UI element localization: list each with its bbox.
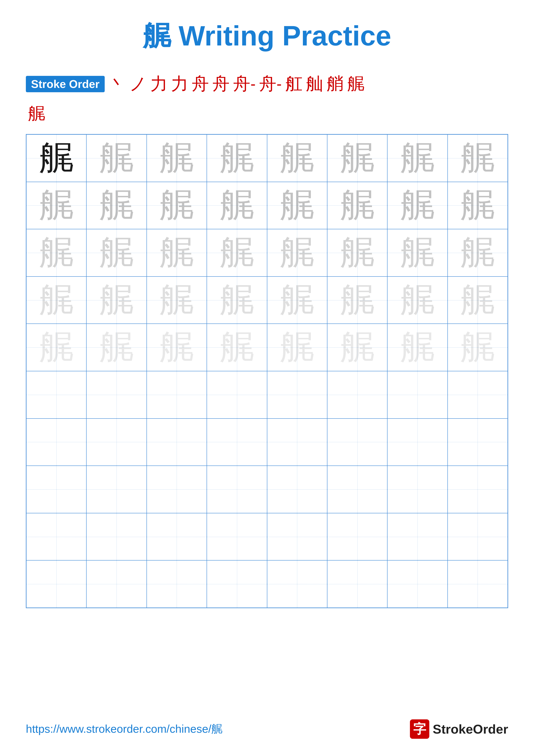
grid-cell-empty[interactable]: [207, 560, 267, 608]
grid-cell[interactable]: 艉: [447, 277, 508, 324]
grid-cell[interactable]: 艉: [267, 134, 327, 182]
practice-char-trace: 艉: [460, 182, 495, 229]
grid-cell[interactable]: 艉: [26, 229, 87, 277]
grid-cell[interactable]: 艉: [267, 324, 327, 371]
grid-cell-empty[interactable]: [147, 560, 207, 608]
stroke-6: 舟: [213, 72, 230, 96]
grid-cell-empty[interactable]: [267, 418, 327, 466]
grid-cell[interactable]: 艉: [26, 182, 87, 229]
practice-char-trace: 艉: [280, 135, 314, 181]
grid-cell-empty[interactable]: [267, 513, 327, 560]
grid-cell-empty[interactable]: [207, 513, 267, 560]
grid-cell-empty[interactable]: [207, 418, 267, 466]
grid-cell-empty[interactable]: [26, 371, 87, 418]
grid-cell-empty[interactable]: [87, 371, 146, 418]
grid-cell[interactable]: 艉: [207, 277, 267, 324]
practice-char-trace: 艉: [460, 324, 495, 371]
grid-cell-empty[interactable]: [87, 418, 146, 466]
grid-cell[interactable]: 艉: [327, 277, 387, 324]
title-text: Writing Practice: [171, 20, 391, 51]
grid-cell[interactable]: 艉: [447, 182, 508, 229]
grid-cell-empty[interactable]: [26, 418, 87, 466]
grid-cell[interactable]: 艉: [147, 324, 207, 371]
grid-cell[interactable]: 艉: [387, 229, 447, 277]
grid-cell-empty[interactable]: [147, 513, 207, 560]
grid-cell-empty[interactable]: [147, 466, 207, 513]
grid-cell[interactable]: 艉: [26, 324, 87, 371]
grid-cell[interactable]: 艉: [327, 134, 387, 182]
grid-cell[interactable]: 艉: [267, 182, 327, 229]
grid-cell[interactable]: 艉: [267, 229, 327, 277]
practice-char-trace: 艉: [280, 324, 314, 371]
grid-cell-empty[interactable]: [447, 560, 508, 608]
grid-cell[interactable]: 艉: [267, 277, 327, 324]
grid-cell-empty[interactable]: [26, 466, 87, 513]
grid-cell[interactable]: 艉: [87, 182, 146, 229]
grid-cell-empty[interactable]: [327, 371, 387, 418]
grid-cell[interactable]: 艉: [207, 134, 267, 182]
practice-char-trace: 艉: [159, 182, 194, 229]
grid-cell-empty[interactable]: [267, 371, 327, 418]
practice-char-trace: 艉: [400, 135, 435, 181]
grid-cell-empty[interactable]: [447, 371, 508, 418]
grid-cell[interactable]: 艉: [26, 277, 87, 324]
grid-cell-empty[interactable]: [26, 560, 87, 608]
grid-cell[interactable]: 艉: [387, 134, 447, 182]
grid-cell[interactable]: 艉: [87, 324, 146, 371]
practice-char-trace: 艉: [220, 324, 254, 371]
grid-cell-empty[interactable]: [387, 513, 447, 560]
grid-cell-empty[interactable]: [26, 513, 87, 560]
grid-cell[interactable]: 艉: [87, 229, 146, 277]
grid-cell[interactable]: 艉: [387, 324, 447, 371]
grid-cell-empty[interactable]: [327, 466, 387, 513]
grid-cell-empty[interactable]: [147, 418, 207, 466]
grid-cell[interactable]: 艉: [327, 324, 387, 371]
practice-char-trace: 艉: [99, 230, 134, 276]
grid-cell[interactable]: 艉: [327, 182, 387, 229]
grid-cell[interactable]: 艉: [447, 134, 508, 182]
grid-cell[interactable]: 艉: [147, 277, 207, 324]
grid-cell-empty[interactable]: [387, 418, 447, 466]
grid-cell[interactable]: 艉: [87, 134, 146, 182]
stroke-12: 艉: [347, 72, 365, 96]
stroke-10: 舢: [306, 72, 323, 96]
grid-cell-empty[interactable]: [327, 560, 387, 608]
practice-grid[interactable]: 艉 艉 艉 艉 艉 艉 艉 艉 艉 艉 艉 艉 艉 艉 艉 艉 艉 艉 艉 艉 …: [26, 134, 508, 608]
grid-cell-empty[interactable]: [447, 466, 508, 513]
grid-cell-empty[interactable]: [267, 466, 327, 513]
grid-cell-empty[interactable]: [267, 560, 327, 608]
grid-cell[interactable]: 艉: [327, 229, 387, 277]
grid-cell[interactable]: 艉: [147, 229, 207, 277]
grid-cell[interactable]: 艉: [26, 134, 87, 182]
grid-cell-empty[interactable]: [87, 513, 146, 560]
grid-cell-empty[interactable]: [387, 371, 447, 418]
grid-cell-empty[interactable]: [387, 466, 447, 513]
grid-cell[interactable]: 艉: [387, 182, 447, 229]
grid-cell-empty[interactable]: [147, 371, 207, 418]
practice-char-trace: 艉: [460, 135, 495, 181]
grid-cell[interactable]: 艉: [87, 277, 146, 324]
grid-cell[interactable]: 艉: [207, 182, 267, 229]
grid-cell-empty[interactable]: [207, 466, 267, 513]
stroke-5: 舟: [192, 72, 209, 96]
stroke-11: 艄: [327, 72, 344, 96]
stroke-order-badge: Stroke Order: [26, 76, 105, 92]
grid-cell-empty[interactable]: [327, 513, 387, 560]
stroke-final-char: 艉: [28, 102, 508, 125]
practice-char-trace: 艉: [280, 277, 314, 323]
grid-cell-empty[interactable]: [207, 371, 267, 418]
grid-cell-empty[interactable]: [447, 418, 508, 466]
grid-cell[interactable]: 艉: [447, 229, 508, 277]
grid-cell-empty[interactable]: [387, 560, 447, 608]
grid-cell[interactable]: 艉: [207, 229, 267, 277]
grid-cell-empty[interactable]: [87, 466, 146, 513]
grid-cell[interactable]: 艉: [447, 324, 508, 371]
footer-url: https://www.strokeorder.com/chinese/艉: [26, 721, 222, 737]
grid-cell[interactable]: 艉: [387, 277, 447, 324]
grid-cell-empty[interactable]: [447, 513, 508, 560]
grid-cell[interactable]: 艉: [147, 182, 207, 229]
grid-cell-empty[interactable]: [327, 418, 387, 466]
grid-cell-empty[interactable]: [87, 560, 146, 608]
grid-cell[interactable]: 艉: [207, 324, 267, 371]
grid-cell[interactable]: 艉: [147, 134, 207, 182]
